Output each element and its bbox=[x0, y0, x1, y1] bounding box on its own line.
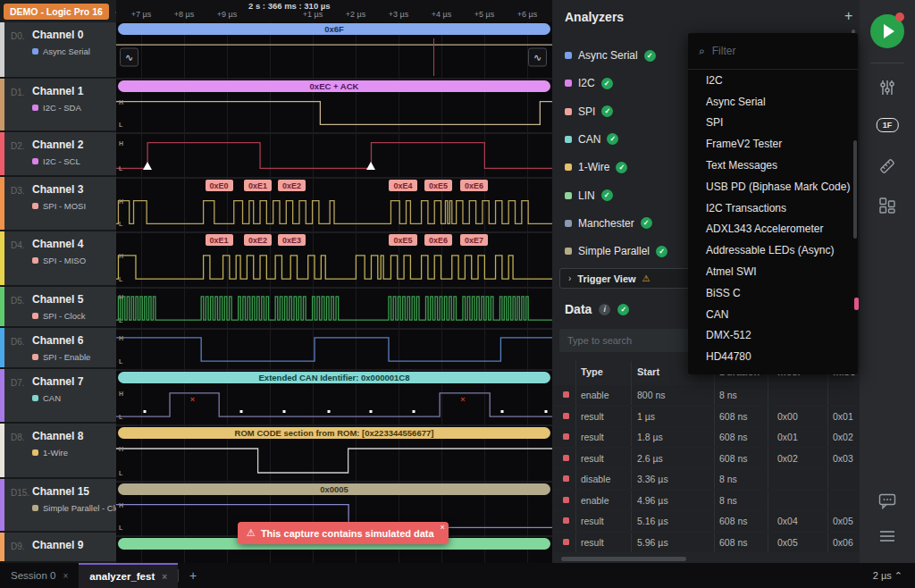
column-header-start[interactable]: Start bbox=[637, 366, 659, 377]
toast-close-icon[interactable]: × bbox=[440, 523, 444, 532]
analyzer-item-1-wire[interactable]: 1-Wire ✓ bbox=[565, 158, 627, 176]
analyzer-enabled-check[interactable]: ✓ bbox=[644, 50, 656, 62]
decode-chip[interactable]: 0xE1 bbox=[244, 180, 272, 191]
waveform-row-channel-6[interactable]: HL bbox=[116, 330, 552, 371]
waveform-row-channel-5[interactable]: HL bbox=[116, 289, 552, 330]
comments-icon[interactable] bbox=[878, 493, 896, 509]
extensions-icon[interactable] bbox=[878, 197, 896, 214]
dropdown-item-adxl343-accelerometer[interactable]: ADXL343 Accelerometer bbox=[688, 219, 858, 240]
decode-chip[interactable]: 0xE1 bbox=[206, 234, 233, 246]
column-separator[interactable] bbox=[575, 361, 576, 385]
decode-chip[interactable]: 0xE2 bbox=[244, 234, 272, 246]
table-row[interactable]: result5.16 µs608 ns0x040x05 bbox=[552, 511, 860, 531]
waveform-row-channel-0[interactable]: 0x6F ∿∿ bbox=[116, 23, 552, 80]
table-row[interactable]: result2.6 µs608 ns0x020x03 bbox=[552, 449, 860, 468]
dropdown-item-i2c[interactable]: I2C bbox=[688, 70, 858, 91]
decode-chip[interactable]: 0xE5 bbox=[389, 234, 416, 246]
analyzer-item-async-serial[interactable]: Async Serial ✓ bbox=[565, 46, 656, 64]
menu-icon[interactable] bbox=[878, 529, 896, 543]
dropdown-item-spi[interactable]: SPI bbox=[688, 113, 858, 134]
dropdown-item-i2c-transactions[interactable]: I2C Transactions bbox=[688, 197, 858, 219]
channel-item-channel-5[interactable]: D5. Channel 5 SPI - Clock bbox=[0, 287, 116, 328]
close-tab-icon[interactable]: × bbox=[63, 571, 69, 581]
capture-settings-icon[interactable] bbox=[878, 79, 896, 97]
analyzer-enabled-check[interactable]: ✓ bbox=[641, 217, 652, 229]
decode-chip[interactable]: 0xE3 bbox=[278, 234, 306, 246]
channel-item-channel-15[interactable]: D15. Channel 15 Simple Parallel - Clo... bbox=[0, 479, 116, 533]
dropdown-item-hd44780[interactable]: HD44780 bbox=[688, 346, 858, 367]
channel-item-channel-9[interactable]: D9. Channel 9 bbox=[0, 533, 116, 563]
dropdown-item-can[interactable]: CAN bbox=[688, 304, 858, 325]
dropdown-item-addressable-leds-async-[interactable]: Addressable LEDs (Async) bbox=[688, 239, 858, 261]
analyzer-enabled-check[interactable]: ✓ bbox=[616, 162, 627, 173]
zoom-level-control[interactable]: 2 µs ⌃ bbox=[873, 570, 915, 582]
frame-start-glyph[interactable]: ∿ bbox=[120, 48, 139, 67]
dropdown-scrollbar[interactable] bbox=[853, 140, 857, 239]
column-header-type[interactable]: Type bbox=[581, 366, 603, 377]
analyzer-item-i2c[interactable]: I2C ✓ bbox=[565, 74, 613, 92]
measure-ruler-icon[interactable] bbox=[878, 157, 896, 175]
waveform-row-channel-7[interactable]: Extended CAN Identifier: 0x000001C8 HL×× bbox=[116, 372, 552, 426]
analyzer-enabled-check[interactable]: ✓ bbox=[601, 189, 613, 201]
dropdown-item-usb-pd-biphase-mark-code-[interactable]: USB PD (Biphase Mark Code) bbox=[688, 176, 858, 197]
decode-annotation-bar[interactable]: 0x0005 bbox=[118, 483, 550, 495]
tab-session-0[interactable]: Session 0 × bbox=[0, 563, 79, 588]
dropdown-item-text-messages[interactable]: Text Messages bbox=[688, 155, 858, 176]
decode-chip[interactable]: 0xE5 bbox=[424, 180, 452, 191]
table-row[interactable]: enable800 ns8 ns bbox=[552, 385, 860, 405]
analyzer-enabled-check[interactable]: ✓ bbox=[656, 246, 667, 257]
waveform-row-channel-4[interactable]: 0xE10xE20xE30xE50xE60xE7 HL bbox=[116, 233, 552, 289]
analyzer-item-manchester[interactable]: Manchester ✓ bbox=[565, 214, 652, 232]
data-table[interactable]: TypeStartDurationmosimisoenable800 ns8 n… bbox=[552, 361, 860, 563]
tab-analyzer-fest[interactable]: analyzer_fest × bbox=[79, 563, 178, 588]
filter-input[interactable] bbox=[712, 45, 828, 57]
new-tab-button[interactable]: + bbox=[179, 568, 207, 583]
decode-chip[interactable]: 0xE7 bbox=[460, 234, 488, 246]
table-row[interactable]: result5.96 µs608 ns0x050x06 bbox=[552, 533, 860, 552]
analyzer-enabled-check[interactable]: ✓ bbox=[601, 78, 613, 89]
dropdown-item-atmel-swi[interactable]: Atmel SWI bbox=[688, 261, 858, 282]
channel-item-channel-6[interactable]: D6. Channel 6 SPI - Enable bbox=[0, 328, 116, 369]
decode-chip[interactable]: 0xE6 bbox=[424, 234, 452, 246]
decode-annotation-bar[interactable]: ROM CODE section from ROM: [0x2233445566… bbox=[118, 427, 550, 439]
decode-chip[interactable]: 0xE4 bbox=[389, 180, 416, 191]
channel-item-channel-0[interactable]: D0. Channel 0 Async Serial bbox=[0, 22, 116, 79]
analyzer-enabled-check[interactable]: ✓ bbox=[607, 133, 618, 145]
decode-annotation-bar[interactable]: 0xEC + ACK bbox=[118, 80, 550, 92]
demo-device-badge[interactable]: DEMO - Logic Pro 16 bbox=[4, 4, 109, 20]
table-horizontal-scrollbar[interactable] bbox=[561, 557, 686, 561]
timing-cursor[interactable] bbox=[433, 38, 434, 76]
analyzer-item-simple-parallel[interactable]: Simple Parallel ✓ bbox=[565, 242, 667, 260]
channel-item-channel-1[interactable]: D1. Channel 1 I2C - SDA bbox=[0, 79, 116, 132]
frame-end-glyph[interactable]: ∿ bbox=[528, 48, 547, 67]
channel-item-channel-7[interactable]: D7. Channel 7 CAN bbox=[0, 369, 116, 424]
table-row[interactable]: disable3.36 µs8 ns bbox=[552, 469, 860, 489]
table-row[interactable]: result1 µs608 ns0x000x01 bbox=[552, 407, 860, 426]
table-row[interactable]: result1.8 µs608 ns0x010x02 bbox=[552, 427, 860, 447]
close-tab-icon[interactable]: × bbox=[162, 572, 167, 582]
table-row[interactable]: enable4.96 µs8 ns bbox=[552, 491, 860, 510]
analyzer-enabled-check[interactable]: ✓ bbox=[601, 105, 613, 117]
waveform-row-channel-3[interactable]: 0xE00xE10xE20xE40xE50xE6 HL bbox=[116, 179, 552, 233]
channel-item-channel-4[interactable]: D4. Channel 4 SPI - MISO bbox=[0, 231, 116, 287]
waveform-area[interactable]: 2 s : 366 ms : 310 µs +7 µs+8 µs+9 µs+1 … bbox=[116, 0, 552, 563]
timeline-ruler[interactable]: 2 s : 366 ms : 310 µs +7 µs+8 µs+9 µs+1 … bbox=[116, 0, 552, 22]
frame-format-toggle[interactable]: 1F bbox=[877, 118, 899, 132]
waveform-row-channel-1[interactable]: 0xEC + ACK HL bbox=[116, 80, 552, 134]
column-separator[interactable] bbox=[631, 361, 632, 385]
channel-item-channel-8[interactable]: D8. Channel 8 1-Wire bbox=[0, 424, 116, 479]
decode-annotation-bar[interactable]: 0x6F bbox=[118, 23, 550, 35]
channel-item-channel-2[interactable]: D2. Channel 2 I2C - SCL bbox=[0, 132, 116, 177]
decode-chip[interactable]: 0xE2 bbox=[278, 180, 306, 191]
dropdown-item-async-serial[interactable]: Async Serial bbox=[688, 91, 858, 113]
waveform-row-channel-2[interactable]: HL bbox=[116, 134, 552, 179]
channel-item-channel-3[interactable]: D3. Channel 3 SPI - MOSI bbox=[0, 177, 116, 231]
waveform-row-channel-8[interactable]: ROM CODE section from ROM: [0x2233445566… bbox=[116, 427, 552, 483]
analyzer-item-can[interactable]: CAN ✓ bbox=[565, 130, 618, 148]
dropdown-item-dmx-512[interactable]: DMX-512 bbox=[688, 325, 858, 347]
dropdown-item-biss-c[interactable]: BiSS C bbox=[688, 282, 858, 304]
analyzer-item-spi[interactable]: SPI ✓ bbox=[565, 103, 613, 121]
dropdown-item-framev2-tester[interactable]: FrameV2 Tester bbox=[688, 133, 858, 155]
decode-annotation-bar[interactable]: Extended CAN Identifier: 0x000001C8 bbox=[118, 372, 550, 383]
add-analyzer-button[interactable]: + bbox=[844, 8, 852, 24]
